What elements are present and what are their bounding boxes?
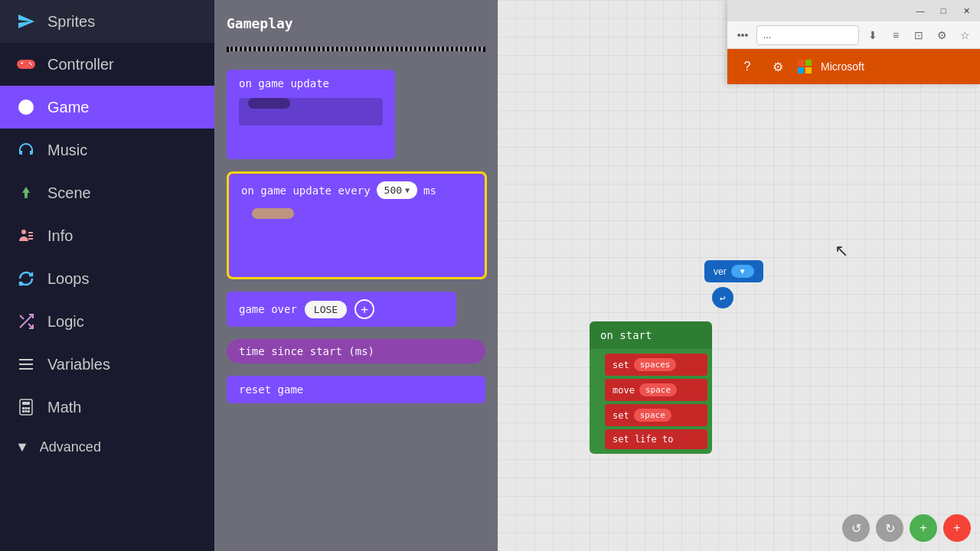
- sidebar-label-loops: Loops: [47, 270, 90, 288]
- svg-rect-11: [19, 359, 33, 360]
- zoom-in-button[interactable]: +: [910, 514, 937, 542]
- browser-overlay: — □ ✕ ••• ... ⬇ ≡ ⊡ ⚙ ☆ ? ⚙: [727, 0, 980, 84]
- browser-pip-icon[interactable]: ⊡: [910, 26, 928, 44]
- canvas-block-blue-dot[interactable]: ↩: [712, 287, 733, 308]
- sidebar-item-scene[interactable]: Scene: [0, 171, 214, 214]
- svg-rect-16: [22, 407, 24, 409]
- panel-divider: [227, 47, 485, 51]
- browser-omnibar[interactable]: ...: [756, 25, 859, 45]
- ms-help-button[interactable]: ?: [737, 56, 758, 77]
- block-on-game-update[interactable]: on game update: [227, 70, 395, 159]
- omnibar-text: ...: [763, 30, 771, 41]
- svg-rect-6: [24, 196, 28, 198]
- block-footer: [239, 130, 383, 152]
- dropdown-select-blue[interactable]: ▼: [731, 265, 754, 278]
- browser-minimize-button[interactable]: —: [910, 0, 931, 21]
- sidebar-item-game[interactable]: Game: [0, 86, 214, 129]
- sidebar-item-controller[interactable]: Controller: [0, 43, 214, 86]
- svg-rect-20: [25, 410, 28, 412]
- sidebar-item-music[interactable]: Music: [0, 129, 214, 171]
- block-inner-slot: [239, 98, 383, 126]
- sidebar-label-info: Info: [47, 227, 73, 245]
- add-icon[interactable]: +: [354, 299, 374, 319]
- sidebar-label-controller: Controller: [47, 56, 114, 73]
- headphone-icon: [15, 139, 37, 161]
- sidebar-label-sprites: Sprites: [47, 13, 95, 31]
- block-game-over[interactable]: game over LOSE +: [227, 292, 456, 327]
- canvas-block-on-start[interactable]: on start set spaces move space set space…: [590, 321, 712, 454]
- move-label: move: [612, 385, 635, 396]
- block-on-game-update-every[interactable]: on game update every 500 ▼ ms: [227, 171, 487, 279]
- set-life-block[interactable]: set life to: [605, 429, 707, 449]
- on-start-body: set spaces move space set space set life…: [590, 349, 712, 454]
- move-block[interactable]: move space: [605, 379, 707, 401]
- sidebar-label-music: Music: [47, 142, 87, 159]
- select-arrow-icon: ▼: [739, 267, 746, 276]
- plus-icon: +: [920, 521, 926, 535]
- browser-download-icon[interactable]: ⬇: [864, 26, 882, 44]
- sidebar-item-math[interactable]: Math: [0, 386, 214, 429]
- sidebar-label-math: Math: [47, 399, 81, 416]
- block-label-reset-game: reset game: [239, 383, 303, 396]
- blue-block-text: ver: [714, 266, 727, 277]
- on-start-label: on start: [600, 329, 652, 341]
- browser-favorite-icon[interactable]: ☆: [956, 26, 974, 44]
- circle-icon: [15, 96, 37, 118]
- sidebar-item-sprites[interactable]: Sprites: [0, 0, 214, 43]
- set-block-1[interactable]: set spaces: [605, 354, 707, 376]
- svg-rect-15: [22, 402, 30, 405]
- chevron-down-icon: ▼: [15, 439, 29, 455]
- svg-rect-19: [22, 410, 24, 412]
- set-block-2[interactable]: set space: [605, 404, 707, 426]
- set-label-2: set: [612, 410, 629, 421]
- calculator-icon: [15, 396, 37, 418]
- svg-point-3: [29, 62, 31, 64]
- sidebar-item-advanced[interactable]: ▼ Advanced: [0, 429, 214, 466]
- spaces-oval: spaces: [634, 358, 677, 371]
- sidebar-item-variables[interactable]: Variables: [0, 343, 214, 386]
- ms-label: ms: [423, 184, 436, 197]
- ms-selector[interactable]: 500 ▼: [377, 181, 418, 199]
- paper-plane-icon: [15, 11, 37, 32]
- microsoft-bar: ? ⚙ Microsoft: [727, 49, 980, 84]
- shuffle-icon: [15, 311, 37, 332]
- block-reset-game[interactable]: reset game: [227, 376, 485, 403]
- sidebar-label-variables: Variables: [47, 356, 110, 373]
- block-label-time-since-start: time since start (ms): [239, 345, 374, 357]
- sidebar-item-logic[interactable]: Logic: [0, 300, 214, 343]
- block-bottom: [241, 248, 472, 269]
- redo-icon: ↻: [885, 521, 895, 536]
- browser-settings-icon[interactable]: ⚙: [933, 26, 951, 44]
- block-time-since-start[interactable]: time since start (ms): [227, 339, 485, 364]
- microsoft-label: Microsoft: [821, 60, 864, 73]
- dropdown-arrow-icon: ▼: [405, 186, 410, 194]
- svg-rect-0: [17, 60, 35, 69]
- canvas-block-blue[interactable]: ver ▼: [704, 260, 763, 282]
- space-oval: space: [639, 383, 677, 396]
- gamepad-icon: [15, 54, 37, 75]
- minus-icon: +: [953, 521, 960, 535]
- browser-reading-icon[interactable]: ≡: [887, 26, 905, 44]
- svg-rect-13: [19, 368, 33, 370]
- ms-settings-button[interactable]: ⚙: [767, 56, 789, 77]
- sidebar-item-info[interactable]: Info: [0, 214, 214, 257]
- refresh-icon: [15, 268, 37, 289]
- block-label-on-game-update-every: on game update every: [241, 184, 371, 197]
- set-label: set: [612, 360, 629, 370]
- block-header-row: on game update every 500 ▼ ms: [241, 181, 472, 199]
- block-inner-area: [241, 199, 472, 248]
- person-lines-icon: [15, 225, 37, 246]
- canvas-area: on start set spaces move space set space…: [498, 0, 980, 551]
- browser-close-button[interactable]: ✕: [956, 0, 977, 21]
- zoom-out-button[interactable]: +: [943, 514, 971, 542]
- svg-point-4: [31, 64, 32, 65]
- sidebar-item-loops[interactable]: Loops: [0, 257, 214, 300]
- redo-button[interactable]: ↻: [876, 514, 903, 542]
- browser-toolbar: ••• ... ⬇ ≡ ⊡ ⚙ ☆: [727, 21, 980, 49]
- sidebar-label-advanced: Advanced: [40, 439, 101, 455]
- lose-pill[interactable]: LOSE: [305, 301, 347, 318]
- sidebar-label-logic: Logic: [47, 313, 84, 331]
- browser-maximize-button[interactable]: □: [933, 0, 954, 21]
- undo-button[interactable]: ↺: [842, 514, 870, 542]
- browser-menu-icon[interactable]: •••: [733, 26, 752, 44]
